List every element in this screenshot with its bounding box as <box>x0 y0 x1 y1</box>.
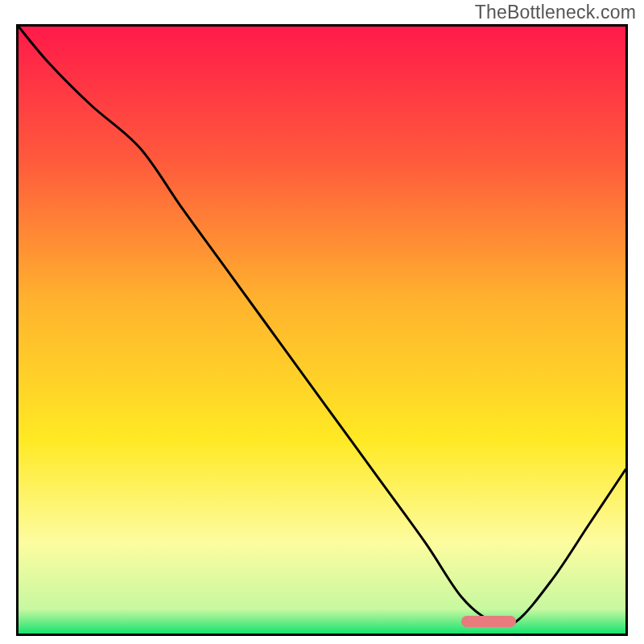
chart-area <box>16 24 628 636</box>
optimal-range-marker <box>461 616 516 627</box>
bottleneck-curve <box>19 27 625 634</box>
watermark-text: TheBottleneck.com <box>475 2 636 23</box>
